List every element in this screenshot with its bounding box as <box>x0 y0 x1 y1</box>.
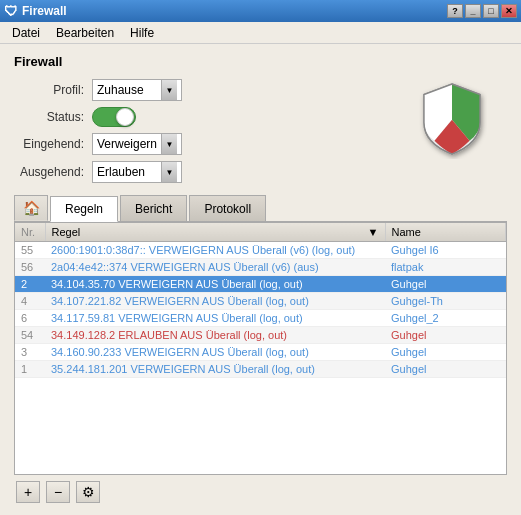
remove-rule-button[interactable]: − <box>46 481 70 503</box>
tab-regeln-label: Regeln <box>65 202 103 216</box>
form-area: Profil: Zuhause ▼ Status: Eingehend: Ver… <box>14 79 507 183</box>
tabs-area: 🏠 Regeln Bericht Protokoll <box>14 195 507 222</box>
add-icon: + <box>24 484 32 500</box>
table-row[interactable]: 434.107.221.82 VERWEIGERN AUS Überall (l… <box>15 293 506 310</box>
eingehend-row: Eingehend: Verweigern ▼ <box>14 133 182 155</box>
cell-rule: 34.117.59.81 VERWEIGERN AUS Überall (log… <box>45 310 385 327</box>
bottom-toolbar: + − ⚙ <box>14 475 507 505</box>
table-row[interactable]: 334.160.90.233 VERWEIGERN AUS Überall (l… <box>15 344 506 361</box>
tab-regeln[interactable]: Regeln <box>50 196 118 222</box>
cell-num: 56 <box>15 259 45 276</box>
window-title: Firewall <box>22 4 67 18</box>
ausgehend-row: Ausgehend: Erlauben ▼ <box>14 161 182 183</box>
table-row[interactable]: 562a04:4e42::374 VERWEIGERN AUS Überall … <box>15 259 506 276</box>
ausgehend-dropdown-arrow: ▼ <box>161 162 177 182</box>
cell-num: 1 <box>15 361 45 378</box>
cell-name: flatpak <box>385 259 506 276</box>
table-row[interactable]: 135.244.181.201 VERWEIGERN AUS Überall (… <box>15 361 506 378</box>
shield-area <box>417 79 507 159</box>
maximize-button[interactable]: □ <box>483 4 499 18</box>
table-row[interactable]: 234.104.35.70 VERWEIGERN AUS Überall (lo… <box>15 276 506 293</box>
cell-rule: 35.244.181.201 VERWEIGERN AUS Überall (l… <box>45 361 385 378</box>
cell-num: 2 <box>15 276 45 293</box>
cell-name: Guhgel-Th <box>385 293 506 310</box>
cell-num: 3 <box>15 344 45 361</box>
ausgehend-label: Ausgehend: <box>14 165 84 179</box>
eingehend-dropdown-arrow: ▼ <box>161 134 177 154</box>
table-row[interactable]: 552600:1901:0:38d7:: VERWEIGERN AUS Über… <box>15 242 506 259</box>
minimize-button[interactable]: _ <box>465 4 481 18</box>
status-row: Status: <box>14 107 182 127</box>
cell-num: 6 <box>15 310 45 327</box>
table-container: Nr. Regel ▼ Name 552600:1901:0:38d7:: VE… <box>14 222 507 475</box>
cell-name: Guhgel <box>385 361 506 378</box>
section-title: Firewall <box>14 54 507 69</box>
tab-home-button[interactable]: 🏠 <box>14 195 48 221</box>
tab-bericht[interactable]: Bericht <box>120 195 187 221</box>
ausgehend-dropdown[interactable]: Erlauben ▼ <box>92 161 182 183</box>
settings-button[interactable]: ⚙ <box>76 481 100 503</box>
eingehend-value: Verweigern <box>97 137 157 151</box>
home-icon: 🏠 <box>23 200 40 216</box>
col-num: Nr. <box>15 223 45 242</box>
titlebar: 🛡 Firewall ? _ □ ✕ <box>0 0 521 22</box>
menu-datei[interactable]: Datei <box>4 24 48 42</box>
remove-icon: − <box>54 484 62 500</box>
tab-protokoll-label: Protokoll <box>204 202 251 216</box>
cell-name: Guhgel <box>385 327 506 344</box>
table-header-row: Nr. Regel ▼ Name <box>15 223 506 242</box>
cell-name: Guhgel I6 <box>385 242 506 259</box>
help-button[interactable]: ? <box>447 4 463 18</box>
cell-rule: 2a04:4e42::374 VERWEIGERN AUS Überall (v… <box>45 259 385 276</box>
add-rule-button[interactable]: + <box>16 481 40 503</box>
table-row[interactable]: 5434.149.128.2 ERLAUBEN AUS Überall (log… <box>15 327 506 344</box>
cell-name: Guhgel_2 <box>385 310 506 327</box>
eingehend-dropdown[interactable]: Verweigern ▼ <box>92 133 182 155</box>
titlebar-left: 🛡 Firewall <box>4 3 67 19</box>
profil-row: Profil: Zuhause ▼ <box>14 79 182 101</box>
rules-table: Nr. Regel ▼ Name 552600:1901:0:38d7:: VE… <box>15 223 506 378</box>
cell-rule: 34.107.221.82 VERWEIGERN AUS Überall (lo… <box>45 293 385 310</box>
col-name: Name <box>385 223 506 242</box>
toggle-knob <box>116 108 134 126</box>
app-icon: 🛡 <box>4 3 18 19</box>
menu-hilfe[interactable]: Hilfe <box>122 24 162 42</box>
cell-num: 4 <box>15 293 45 310</box>
menubar: Datei Bearbeiten Hilfe <box>0 22 521 44</box>
status-label: Status: <box>14 110 84 124</box>
status-toggle[interactable] <box>92 107 136 127</box>
cell-name: Guhgel <box>385 276 506 293</box>
menu-bearbeiten[interactable]: Bearbeiten <box>48 24 122 42</box>
tab-protokoll[interactable]: Protokoll <box>189 195 266 221</box>
table-body: 552600:1901:0:38d7:: VERWEIGERN AUS Über… <box>15 242 506 378</box>
profil-value: Zuhause <box>97 83 157 97</box>
cell-name: Guhgel <box>385 344 506 361</box>
profil-label: Profil: <box>14 83 84 97</box>
tab-bericht-label: Bericht <box>135 202 172 216</box>
profil-dropdown[interactable]: Zuhause ▼ <box>92 79 182 101</box>
titlebar-controls: ? _ □ ✕ <box>447 4 517 18</box>
gear-icon: ⚙ <box>82 484 95 500</box>
table-row[interactable]: 634.117.59.81 VERWEIGERN AUS Überall (lo… <box>15 310 506 327</box>
cell-rule: 34.160.90.233 VERWEIGERN AUS Überall (lo… <box>45 344 385 361</box>
form-fields: Profil: Zuhause ▼ Status: Eingehend: Ver… <box>14 79 182 183</box>
cell-num: 55 <box>15 242 45 259</box>
shield-icon <box>417 79 487 159</box>
cell-rule: 34.104.35.70 VERWEIGERN AUS Überall (log… <box>45 276 385 293</box>
cell-rule: 2600:1901:0:38d7:: VERWEIGERN AUS Überal… <box>45 242 385 259</box>
col-rule[interactable]: Regel ▼ <box>45 223 385 242</box>
rule-sort-arrow: ▼ <box>368 226 379 238</box>
profil-dropdown-arrow: ▼ <box>161 80 177 100</box>
close-button[interactable]: ✕ <box>501 4 517 18</box>
cell-rule: 34.149.128.2 ERLAUBEN AUS Überall (log, … <box>45 327 385 344</box>
cell-num: 54 <box>15 327 45 344</box>
eingehend-label: Eingehend: <box>14 137 84 151</box>
ausgehend-value: Erlauben <box>97 165 157 179</box>
window-content: Firewall Profil: Zuhause ▼ Status: Einge… <box>0 44 521 515</box>
